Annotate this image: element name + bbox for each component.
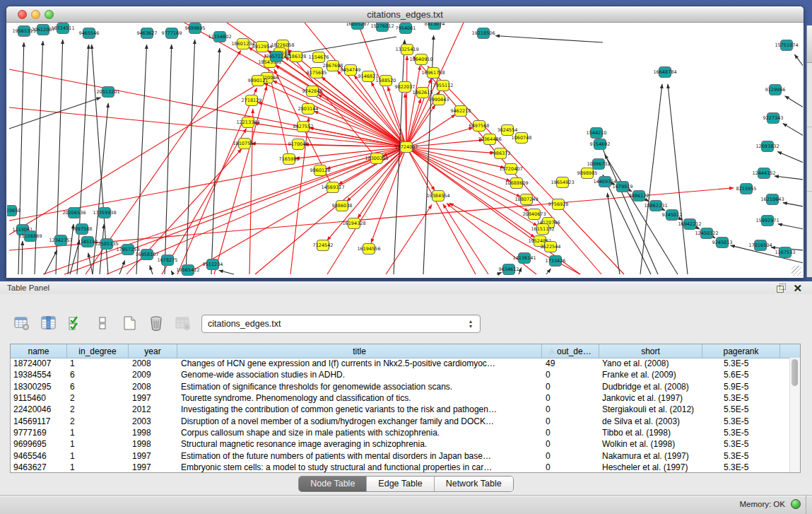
table-cell[interactable]: 5.6E-5 (702, 370, 780, 380)
column-header-in_degree[interactable]: in_degree (67, 344, 129, 358)
table-cell[interactable]: Yano et al. (2008) (599, 358, 702, 368)
table-cell[interactable]: 5.3E-5 (702, 451, 780, 461)
graph-edge[interactable] (783, 203, 803, 206)
table-cell[interactable]: Dudbridge et al. (2008) (599, 382, 702, 392)
table-row[interactable]: 946362711997Embryonic stem cells: a mode… (11, 462, 790, 472)
table-cell[interactable]: 9115460 (11, 393, 67, 403)
graph-edge[interactable] (777, 152, 803, 163)
graph-edge[interactable] (150, 266, 153, 274)
column-header-pagerank[interactable]: pagerank (702, 344, 780, 358)
graph-edge[interactable] (258, 103, 406, 147)
column-header-out_de[interactable]: △out_de… (542, 344, 599, 358)
table-row[interactable]: 2242004622012Investigating the contribut… (11, 404, 790, 415)
table-cell[interactable]: Investigating the contribution of common… (177, 404, 542, 414)
graph-edge[interactable] (22, 241, 23, 274)
table-cell[interactable]: 9777169 (11, 428, 67, 438)
graph-edge[interactable] (322, 77, 406, 147)
tab-network-table[interactable]: Network Table (435, 477, 513, 491)
graph-edge[interactable] (794, 54, 803, 66)
select-attributes-icon[interactable] (66, 314, 85, 332)
graph-edge[interactable] (778, 224, 803, 229)
table-scrollbar[interactable] (789, 358, 800, 472)
table-cell[interactable]: Jankovic et al. (1997) (599, 393, 702, 403)
table-cell[interactable]: 5.3E-5 (702, 439, 780, 449)
table-cell[interactable]: 6 (67, 382, 129, 392)
table-settings-icon[interactable] (13, 314, 31, 332)
table-cell[interactable]: 5.9E-5 (702, 382, 780, 392)
table-cell[interactable]: 1997 (129, 462, 177, 472)
graph-edge[interactable] (249, 109, 253, 274)
table-cell[interactable]: 0 (542, 404, 599, 414)
column-header-title[interactable]: title (177, 344, 542, 358)
zoom-window-icon[interactable] (45, 10, 54, 19)
table-cell[interactable]: 0 (542, 393, 599, 403)
table-cell[interactable]: 2 (67, 416, 129, 426)
float-panel-icon[interactable] (777, 284, 786, 293)
resize-grip-icon[interactable] (792, 266, 801, 276)
table-cell[interactable]: 14569117 (11, 416, 67, 426)
table-cell[interactable]: de Silva et al. (2003) (599, 416, 702, 426)
graph-edge[interactable] (406, 56, 407, 147)
network-window-titlebar[interactable]: citations_edges.txt (6, 6, 804, 23)
table-cell[interactable]: Corpus callosum shape and size in male p… (177, 428, 542, 438)
table-cell[interactable]: Wolkin et al. (1998) (599, 439, 702, 449)
table-cell[interactable]: 0 (542, 370, 599, 380)
column-header-year[interactable]: year (129, 344, 177, 358)
scrollbar-thumb[interactable] (792, 359, 798, 386)
graph-edge[interactable] (497, 272, 502, 274)
table-cell[interactable]: 1 (67, 439, 129, 449)
graph-edge[interactable] (783, 124, 803, 136)
table-cell[interactable]: 2 (67, 404, 129, 414)
table-cell[interactable]: 1 (67, 462, 129, 472)
graph-edge[interactable] (211, 48, 220, 274)
table-cell[interactable]: 5.3E-5 (702, 393, 780, 403)
table-cell[interactable]: Genome-wide association studies in ADHD. (177, 370, 542, 380)
table-cell[interactable]: 0 (542, 462, 599, 472)
table-cell[interactable]: 5.3E-5 (702, 462, 780, 472)
table-cell[interactable]: 1 (67, 428, 129, 438)
table-cell[interactable]: 0 (542, 382, 599, 392)
table-cell[interactable]: Changes of HCN gene expression and I(f) … (177, 358, 542, 368)
minimize-window-icon[interactable] (31, 10, 40, 19)
table-cell[interactable]: Structural magnetic resonance image aver… (177, 439, 542, 449)
table-cell[interactable]: 5.3E-5 (702, 428, 780, 438)
graph-edge[interactable] (668, 84, 688, 274)
graph-edge[interactable] (162, 129, 246, 274)
table-cell[interactable]: 0 (542, 416, 599, 426)
table-row[interactable]: 969969511998Structural magnetic resonanc… (11, 438, 790, 450)
graph-edge[interactable] (607, 193, 620, 274)
graph-edge[interactable] (9, 83, 260, 235)
table-cell[interactable]: Franke et al. (2009) (599, 370, 702, 380)
table-cell[interactable]: 1998 (129, 439, 177, 449)
citation-network-graph[interactable]: 1872400718601234891295418226058982750818… (7, 23, 803, 277)
table-cell[interactable]: 1997 (129, 393, 177, 403)
table-cell[interactable]: 1997 (129, 451, 177, 461)
graph-edge[interactable] (186, 147, 406, 274)
table-cell[interactable]: 18300295 (11, 382, 67, 392)
graph-edge[interactable] (775, 176, 803, 180)
show-columns-icon[interactable] (40, 314, 58, 332)
network-canvas[interactable]: 1872400718601234891295418226058982750818… (7, 23, 803, 277)
table-cell[interactable]: 5.3E-5 (702, 358, 780, 368)
graph-edge[interactable] (18, 42, 24, 274)
table-cell[interactable]: 18724007 (11, 358, 67, 368)
table-cell[interactable]: 2 (67, 393, 129, 403)
graph-edge[interactable] (640, 84, 662, 274)
table-row[interactable]: 1938455462009Genome-wide association stu… (11, 369, 790, 380)
table-cell[interactable]: Tibbo et al. (1998) (599, 428, 702, 438)
graph-edge[interactable] (519, 267, 522, 274)
table-cell[interactable]: 1 (67, 451, 129, 461)
rows-icon[interactable] (93, 314, 112, 332)
graph-edge[interactable] (406, 147, 529, 211)
table-cell[interactable]: 2003 (129, 416, 177, 426)
table-cell[interactable]: 5.5E-5 (702, 404, 780, 414)
table-row[interactable]: 1872400712008Changes of HCN gene express… (11, 358, 790, 369)
memory-ok-indicator-icon[interactable] (791, 499, 801, 509)
graph-edge[interactable] (45, 250, 57, 274)
table-cell[interactable]: 2008 (129, 382, 177, 392)
table-cell[interactable]: 19384554 (11, 370, 67, 380)
new-file-icon[interactable] (120, 314, 139, 332)
graph-edge[interactable] (495, 36, 603, 42)
table-cell[interactable]: 0 (542, 439, 599, 449)
table-cell[interactable]: 9699695 (11, 439, 67, 449)
